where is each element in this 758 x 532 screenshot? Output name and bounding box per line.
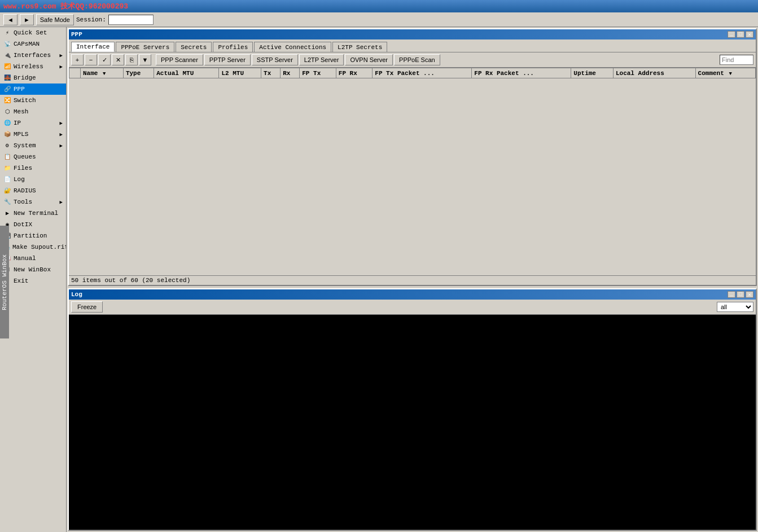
sidebar-label-newterminal: New Terminal xyxy=(14,210,58,217)
pptp-server-button[interactable]: PPTP Server xyxy=(204,54,251,65)
tools-arrow: ▶ xyxy=(60,199,63,205)
sidebar-item-radius[interactable]: 🔐 RADIUS xyxy=(0,185,66,196)
files-icon: 📁 xyxy=(3,165,11,172)
sidebar-item-interfaces[interactable]: 🔌 Interfaces ▶ xyxy=(0,50,66,61)
l2tp-server-button[interactable]: L2TP Server xyxy=(299,54,344,65)
log-filter-select[interactable]: all info warning error xyxy=(717,302,753,312)
ppp-close-button[interactable]: ✕ xyxy=(746,31,753,38)
sidebar-item-supout[interactable]: 📎 Make Supout.rif xyxy=(0,241,66,253)
sidebar-label-tools: Tools xyxy=(14,199,32,205)
wireless-icon: 📶 xyxy=(3,63,11,70)
ppp-minimize-button[interactable]: _ xyxy=(728,31,735,38)
tab-interface[interactable]: Interface xyxy=(71,42,115,52)
copy-button[interactable]: ⎘ xyxy=(125,54,138,65)
sidebar-item-newwinbox[interactable]: 🖥 New WinBox xyxy=(0,264,66,275)
sidebar-item-capsman[interactable]: 📡 CAPsMAN xyxy=(0,38,66,50)
safe-mode-button[interactable]: Safe Mode xyxy=(36,14,74,25)
sidebar-item-queues[interactable]: 📋 Queues xyxy=(0,151,66,162)
sidebar-item-log[interactable]: 📄 Log xyxy=(0,174,66,185)
freeze-button[interactable]: Freeze xyxy=(71,301,103,313)
sstp-server-button[interactable]: SSTP Server xyxy=(252,54,298,65)
forward-button[interactable]: ► xyxy=(20,14,34,25)
sidebar-item-mesh[interactable]: ⬡ Mesh xyxy=(0,106,66,117)
sidebar-item-bridge[interactable]: 🌉 Bridge xyxy=(0,72,66,83)
col-header-tx[interactable]: Tx xyxy=(261,68,281,78)
log-title: Log xyxy=(71,291,82,298)
ppp-maximize-button[interactable]: □ xyxy=(737,31,744,38)
sidebar-item-partition[interactable]: 💾 Partition xyxy=(0,230,66,241)
table-header-row: Name ▼ Type Actual MTU L2 MTU Tx Rx FP T… xyxy=(69,68,756,78)
sidebar-label-supout: Make Supout.rif xyxy=(12,244,67,250)
sidebar-item-tools[interactable]: 🔧 Tools ▶ xyxy=(0,196,66,208)
sidebar-label-newwinbox: New WinBox xyxy=(14,266,51,273)
filter-button[interactable]: ▼ xyxy=(139,54,151,65)
sidebar-item-system[interactable]: ⚙ System ▶ xyxy=(0,140,66,151)
col-header-l2mtu[interactable]: L2 MTU xyxy=(219,68,261,78)
sidebar-label-quickset: Quick Set xyxy=(14,29,47,36)
sidebar-item-quickset[interactable]: ⚡ Quick Set xyxy=(0,27,66,38)
wireless-arrow: ▶ xyxy=(60,64,63,70)
ppp-window: PPP _ □ ✕ Interface PPPoE Servers Secret… xyxy=(68,28,757,286)
tab-active-connections[interactable]: Active Connections xyxy=(254,42,331,52)
tab-l2tp-secrets[interactable]: L2TP Secrets xyxy=(332,42,387,52)
tab-profiles[interactable]: Profiles xyxy=(213,42,253,52)
sidebar-label-capsman: CAPsMAN xyxy=(14,41,40,47)
col-header-type[interactable]: Type xyxy=(123,68,154,78)
interfaces-arrow: ▶ xyxy=(60,52,63,59)
ppp-scanner-button[interactable]: PPP Scanner xyxy=(156,54,203,65)
sidebar-item-files[interactable]: 📁 Files xyxy=(0,162,66,174)
tab-secrets[interactable]: Secrets xyxy=(176,42,212,52)
col-header-fp-rx-packet[interactable]: FP Rx Packet ... xyxy=(472,68,571,78)
sidebar-label-mesh: Mesh xyxy=(14,108,28,115)
system-arrow: ▶ xyxy=(60,143,63,149)
sidebar-label-radius: RADIUS xyxy=(14,187,36,194)
ppp-table-container[interactable]: Name ▼ Type Actual MTU L2 MTU Tx Rx FP T… xyxy=(69,68,756,275)
sidebar-item-switch[interactable]: 🔀 Switch xyxy=(0,95,66,106)
col-header-fp-rx[interactable]: FP Rx xyxy=(336,68,373,78)
ovpn-server-button[interactable]: OVPN Server xyxy=(345,54,393,65)
col-header-fp-tx-packet[interactable]: FP Tx Packet ... xyxy=(373,68,472,78)
ppp-window-controls: _ □ ✕ xyxy=(728,31,753,38)
col-header-local-address[interactable]: Local Address xyxy=(613,68,695,78)
find-input[interactable] xyxy=(720,55,753,65)
tab-pppoe-servers[interactable]: PPPoE Servers xyxy=(116,42,174,52)
sidebar-item-exit[interactable]: ✖ Exit xyxy=(0,275,66,287)
sidebar-label-system: System xyxy=(14,142,36,149)
queues-icon: 📋 xyxy=(3,153,11,160)
sidebar-item-wireless[interactable]: 📶 Wireless ▶ xyxy=(0,61,66,72)
session-input[interactable] xyxy=(108,15,154,25)
sidebar-label-switch: Switch xyxy=(14,97,36,104)
switch-icon: 🔀 xyxy=(3,97,11,104)
sidebar-item-ppp[interactable]: 🔗 PPP xyxy=(0,83,66,95)
enable-button[interactable]: ✓ xyxy=(98,54,111,65)
back-button[interactable]: ◄ xyxy=(3,14,17,25)
disable-button[interactable]: ✕ xyxy=(112,54,124,65)
log-close-button[interactable]: ✕ xyxy=(746,291,753,298)
sidebar-label-queues: Queues xyxy=(14,153,36,160)
sidebar-item-newterminal[interactable]: ▶ New Terminal xyxy=(0,208,66,219)
mesh-icon: ⬡ xyxy=(3,108,11,115)
sidebar-item-dotix[interactable]: ◉ DotIX xyxy=(0,219,66,230)
log-content[interactable] xyxy=(69,315,756,530)
col-header-flag[interactable] xyxy=(69,68,81,78)
col-header-comment[interactable]: Comment ▼ xyxy=(695,68,755,78)
sidebar-item-mpls[interactable]: 📦 MPLS ▶ xyxy=(0,129,66,140)
mpls-icon: 📦 xyxy=(3,131,11,138)
remove-button[interactable]: − xyxy=(85,54,97,65)
sidebar-label-mpls: MPLS xyxy=(14,131,28,138)
col-header-uptime[interactable]: Uptime xyxy=(571,68,614,78)
pppoe-scan-button[interactable]: PPPoE Scan xyxy=(394,54,440,65)
col-header-rx[interactable]: Rx xyxy=(281,68,300,78)
ip-arrow: ▶ xyxy=(60,120,63,126)
col-header-fp-tx[interactable]: FP Tx xyxy=(300,68,336,78)
radius-icon: 🔐 xyxy=(3,187,11,194)
sidebar-item-ip[interactable]: 🌐 IP ▶ xyxy=(0,117,66,129)
col-header-name[interactable]: Name ▼ xyxy=(81,68,124,78)
col-header-actual-mtu[interactable]: Actual MTU xyxy=(154,68,219,78)
add-button[interactable]: + xyxy=(71,54,84,65)
log-minimize-button[interactable]: _ xyxy=(728,291,735,298)
quickset-icon: ⚡ xyxy=(3,29,11,36)
log-maximize-button[interactable]: □ xyxy=(737,291,744,298)
content-area: PPP _ □ ✕ Interface PPPoE Servers Secret… xyxy=(67,27,758,532)
sidebar-item-manual[interactable]: 📖 Manual xyxy=(0,253,66,264)
